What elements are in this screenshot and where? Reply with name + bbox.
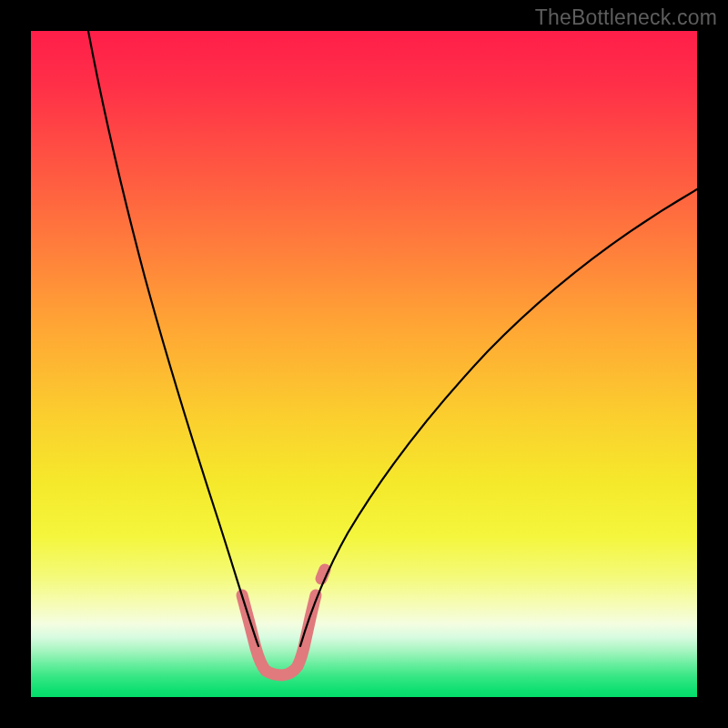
plot-area <box>31 31 697 697</box>
curve-layer <box>31 31 697 697</box>
valley-highlight-path <box>242 595 316 675</box>
highlight-dot-upper-right <box>321 570 325 579</box>
watermark-text: TheBottleneck.com <box>535 5 717 30</box>
chart-frame: TheBottleneck.com <box>0 0 728 728</box>
left-branch-path <box>88 31 258 646</box>
right-branch-path <box>300 189 697 646</box>
